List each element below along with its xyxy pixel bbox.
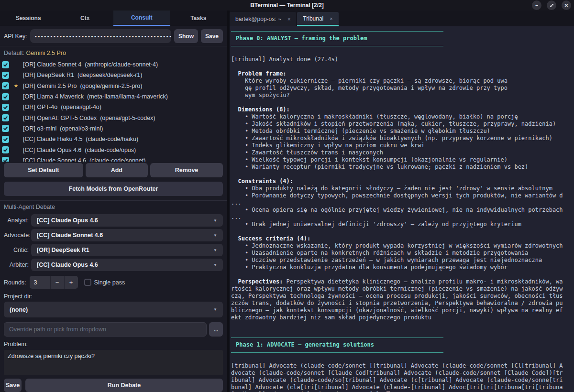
terminal-line — [231, 228, 574, 235]
model-list: [OR] Claude Sonnet 4 (anthropic/claude-s… — [0, 59, 227, 162]
terminal-tab-shell[interactable]: bartek@pop-os: ~× — [230, 12, 296, 26]
show-button[interactable]: Show — [174, 29, 198, 43]
restore-icon — [550, 3, 554, 8]
debate-section-title: Multi-Agent Debate — [4, 204, 223, 210]
terminal-line: • Metoda obróbki termicznej (pieczenie v… — [231, 128, 574, 135]
save-debate-button[interactable]: Save — [4, 379, 22, 392]
model-checkbox[interactable] — [2, 157, 9, 162]
override-path-input[interactable]: Override path or pick from dropdown — [4, 322, 207, 337]
model-row[interactable]: [OR] OpenAI: GPT-5 Codex (openai/gpt-5-c… — [0, 112, 227, 123]
restore-button[interactable] — [547, 0, 556, 10]
add-button[interactable]: Add — [86, 163, 148, 177]
model-row[interactable]: [OR] GPT-4o (openai/gpt-4o) — [0, 102, 227, 112]
role-select-critic[interactable]: [OR] DeepSeek R1▼ — [31, 244, 223, 256]
project-dir-select[interactable]: (none) ▼ — [4, 302, 223, 317]
panel-tab-consult[interactable]: Consult — [113, 11, 170, 26]
model-checkbox[interactable] — [2, 104, 9, 111]
model-label: [CC] Claude Haiku 4.5 (claude-code/haiku… — [23, 136, 138, 142]
terminal-line: • Uczciwe przedstawienie zastrzeżeń — w … — [231, 257, 574, 264]
model-checkbox[interactable] — [2, 136, 9, 143]
close-tab-icon[interactable]: × — [287, 16, 290, 22]
model-checkbox[interactable] — [2, 93, 9, 100]
terminal-line: Dimensions (8): — [231, 106, 574, 113]
terminal-line: gę profil odżywczy, skład, metody przygo… — [231, 85, 574, 92]
model-checkbox[interactable] — [2, 125, 9, 132]
model-row[interactable]: ★[OR] Gemini 2.5 Pro (google/gemini-2.5-… — [0, 81, 227, 91]
phase-heading-block: Phase 0: ANALYST — framing the problem — [231, 31, 443, 46]
phase-heading: Phase 1: ADVOCATE — generating solutions — [231, 341, 443, 348]
default-star-icon: ★ — [9, 83, 23, 89]
model-row[interactable]: [OR] Claude Sonnet 4 (anthropic/claude-s… — [0, 59, 227, 70]
terminal-line: Problem frame: — [231, 70, 574, 77]
save-api-key-button[interactable]: Save — [201, 29, 223, 43]
model-row[interactable]: [OR] DeepSeek R1 (deepseek/deepseek-r1) — [0, 70, 227, 80]
terminal-pane: bartek@pop-os: ~×Tribunal× Phase 0: ANAL… — [230, 11, 574, 392]
project-dir-label: Project dir: — [4, 293, 223, 300]
terminal-output[interactable]: Phase 0: ANALYST — framing the problem [… — [230, 26, 574, 392]
single-pass-checkbox[interactable] — [84, 279, 91, 286]
terminal-line: • Oba produkty należą do kategorii słody… — [231, 185, 574, 192]
terminal-line: Które wyroby cukiernicze — pierniki czy … — [231, 77, 574, 85]
terminal-line: • Ocena opiera się na ogólnie przyjętej … — [231, 207, 574, 214]
role-label: Critic: — [4, 247, 29, 253]
chevron-down-icon: ▼ — [213, 248, 217, 252]
run-debate-button[interactable]: Run Debate — [25, 379, 223, 392]
role-select-arbiter[interactable]: [CC] Claude Opus 4.6▼ — [31, 259, 223, 271]
rounds-input[interactable]: 3 — [30, 276, 50, 289]
model-row[interactable]: [OR] Llama 4 Maverick (meta-llama/llama-… — [0, 91, 227, 102]
terminal-line: Success criteria (4): — [231, 235, 574, 242]
model-label: [OR] OpenAI: GPT-5 Codex (openai/gpt-5-c… — [23, 115, 155, 121]
close-tab-icon[interactable]: × — [330, 16, 332, 22]
model-checkbox[interactable] — [2, 82, 9, 89]
phase-heading: Phase 0: ANALYST — framing the problem — [231, 35, 443, 42]
model-row[interactable]: [CC] Claude Opus 4.6 (claude-code/opus) — [0, 144, 227, 155]
terminal-line: • Brak jednej uniwersalnej definicji 'zd… — [231, 221, 574, 228]
terminal-line: [tribunal] Advocate (claude-code/sonnet … — [231, 362, 574, 370]
rounds-stepper: 3 − + — [30, 276, 78, 289]
model-label: [CC] Claude Opus 4.6 (claude-code/opus) — [23, 147, 136, 153]
model-row[interactable]: [OR] o3-mini (openai/o3-mini) — [0, 123, 227, 134]
model-checkbox[interactable] — [2, 61, 9, 68]
set-default-button[interactable]: Set Default — [4, 163, 83, 177]
api-key-input[interactable]: ••••••••••••••••••••••••••••••••••••••••… — [30, 29, 171, 43]
panel-tab-tasks[interactable]: Tasks — [170, 11, 227, 26]
terminal-line: • Porównanie dotyczy typowych, powszechn… — [231, 192, 574, 199]
terminal-line — [231, 99, 574, 106]
chevron-down-icon: ▼ — [213, 263, 217, 267]
terminal-line: dvocate (claude-code/sonnet [Claude Cod[… — [231, 370, 574, 377]
model-label: [OR] Gemini 2.5 Pro (google/gemini-2.5-p… — [23, 83, 142, 89]
terminal-line: • Zawartość mikroskładników i związków b… — [231, 135, 574, 142]
chevron-down-icon: ▼ — [213, 218, 217, 223]
problem-textarea[interactable]: Zdrowsze są pierniki czy pączki? — [4, 350, 223, 375]
default-label: Default: — [4, 50, 24, 56]
model-row[interactable]: [CC] Claude Sonnet 4.6 (claude-code/sonn… — [0, 155, 227, 162]
browse-button[interactable]: ... — [209, 322, 223, 337]
model-checkbox[interactable] — [2, 114, 9, 121]
terminal-line: ibunal] Advocate (claude-code/so[tribuna… — [231, 377, 574, 384]
rounds-increment-button[interactable]: + — [64, 276, 78, 289]
model-checkbox[interactable] — [2, 72, 9, 79]
remove-button[interactable]: Remove — [150, 163, 223, 177]
terminal-line: bunal] Advocate (cla[tri[tribunal] Advoc… — [231, 384, 574, 391]
window-title: BTerminal — Terminal [2/2] — [0, 2, 574, 9]
panel-tab-ctx[interactable]: Ctx — [57, 11, 114, 26]
fetch-models-button[interactable]: Fetch Models from OpenRouter — [4, 182, 223, 196]
role-label: Analyst: — [4, 217, 29, 224]
panel-tab-sessions[interactable]: Sessions — [0, 11, 57, 26]
terminal-line — [231, 328, 574, 336]
terminal-line: • Wartość kaloryczna i makroskładniki (t… — [231, 113, 574, 120]
terminal-line: ekt zdrowotny bardziej niż sam skład poj… — [231, 314, 574, 321]
terminal-tab-tribunal[interactable]: Tribunal× — [297, 12, 338, 26]
role-select-advocate[interactable]: [CC] Claude Sonnet 4.6▼ — [31, 229, 223, 241]
default-model-line: Default: Gemini 2.5 Pro — [4, 50, 223, 56]
close-button[interactable]: ✕ — [562, 0, 571, 10]
minimize-button[interactable]: – — [532, 0, 541, 10]
terminal-line: Perspectives: Perspektywa dietetyka klin… — [231, 278, 574, 285]
model-label: [OR] o3-mini (openai/o3-mini) — [23, 125, 103, 132]
terminal-line: wym spożyciu? — [231, 92, 574, 99]
model-row[interactable]: [CC] Claude Haiku 4.5 (claude-code/haiku… — [0, 134, 227, 144]
terminal-line: • Warianty receptur (pierniki tradycyjne… — [231, 163, 574, 171]
model-checkbox[interactable] — [2, 146, 9, 153]
role-select-analyst[interactable]: [CC] Claude Opus 4.6▼ — [31, 214, 223, 227]
rounds-decrement-button[interactable]: − — [50, 276, 64, 289]
